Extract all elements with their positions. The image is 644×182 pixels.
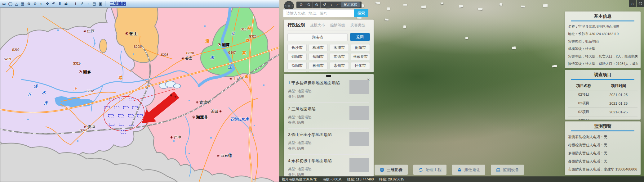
swap-icon[interactable]: ⇄	[63, 1, 69, 7]
sync-icon	[418, 167, 423, 172]
aerial-house	[465, 37, 468, 39]
locate-icon[interactable]: ⊙	[313, 2, 321, 8]
zoom-previous-icon[interactable]: ↶	[51, 1, 56, 7]
hazard-detail: 备注: 隐患	[288, 94, 369, 100]
survey-row[interactable]: 02项目2021-01-25	[568, 116, 637, 120]
device-icon	[496, 167, 501, 172]
aerial-house	[375, 2, 380, 4]
bottom-button-搬迁避让[interactable]: 搬迁避让	[452, 165, 485, 175]
layers-globe-icon[interactable]	[637, 0, 644, 7]
city-button[interactable]: 永州市	[330, 62, 349, 69]
bottom-button-治理工程[interactable]: 治理工程	[413, 165, 446, 175]
monitoring-warning-panel: 监测预警 群测群防检测人电话：无村级检测责任人电话：无乡镇防灾责任人电话：无县级…	[565, 121, 641, 175]
city-button[interactable]: 郴州市	[309, 62, 328, 69]
aerial-house	[500, 3, 503, 6]
bottom-button-label: 监测设备	[503, 167, 519, 173]
aerial-house	[459, 5, 463, 8]
survey-title: 调查项目	[568, 72, 637, 78]
hazard-detail: 备注: 隐患	[288, 120, 369, 125]
status-item: 经度: 113.777460	[347, 177, 374, 182]
province-button[interactable]: 湖南省	[287, 33, 348, 41]
upload-icon[interactable]: ↑	[85, 1, 91, 7]
hazard-list-panel: × 1.宁乡县煤炭坝地区地面塌陷类型: 地面塌陷备注: 隐患2.三凤地面塌陷类型…	[284, 74, 374, 176]
info-icon[interactable]: i	[73, 1, 78, 7]
hazard-thumbnail	[349, 132, 369, 146]
city-button[interactable]: 常德市	[330, 53, 349, 60]
city-button[interactable]: 岳阳市	[309, 53, 328, 60]
survey-row[interactable]: 02项目2021-01-25	[568, 108, 637, 116]
survey-table-header: 项目名称项目时间	[568, 82, 637, 90]
status-item: 视角海拔高度:216.67米	[282, 177, 317, 182]
city-button[interactable]: 益阳市	[287, 62, 307, 69]
home-icon[interactable]: ⌂	[629, 0, 636, 7]
monitor-title: 监测预警	[568, 124, 637, 129]
search-input[interactable]	[283, 9, 354, 17]
district-tab-0[interactable]: 规模大小	[310, 23, 325, 28]
survey-column-header: 项目名称	[568, 82, 599, 90]
export-icon[interactable]: ↗	[79, 1, 85, 7]
arrow-spot	[175, 96, 176, 98]
pause-icon[interactable]: ‖	[57, 1, 63, 7]
hazard-thumbnail	[349, 106, 369, 120]
hazard-list-item[interactable]: 1.宁乡县煤炭坝地区地面塌陷类型: 地面塌陷备注: 隐患	[288, 77, 369, 102]
city-button[interactable]: 张家界市	[351, 53, 370, 60]
hazard-thumbnail	[349, 80, 369, 94]
prev-icon[interactable]: ‹	[328, 2, 334, 8]
zoom-out-icon[interactable]: ⊖	[305, 2, 313, 8]
city-button[interactable]: 长沙市	[287, 44, 307, 51]
city-button[interactable]: 邵阳市	[287, 53, 307, 60]
printer-icon[interactable]: ▣	[98, 1, 103, 7]
city-button[interactable]: 湘西土家族...	[309, 71, 328, 72]
aerial-house	[385, 19, 389, 21]
pan-up-icon[interactable]: ‹	[287, 2, 290, 3]
district-tabs: 规模大小险情等级灾害类型	[310, 23, 365, 28]
survey-row[interactable]: 02项目2021-01-25	[568, 90, 637, 99]
next-icon[interactable]: ›	[334, 2, 340, 8]
zoom-out-icon[interactable]: ⊖	[32, 1, 38, 7]
monitor-lines: 群测群防检测人电话：无村级检测责任人电话：无乡镇防灾责任人电话：无县级防灾责任人…	[568, 135, 637, 172]
aerial-house	[403, 25, 406, 28]
city-button[interactable]: 娄底市	[287, 71, 307, 72]
map-toolbar-icons: ▭◯△▦⊕⊖◐❖↶‖⇄i↗↑▤▣	[1, 1, 103, 7]
print-icon[interactable]: ▤	[91, 1, 97, 7]
city-button[interactable]: 株洲市	[309, 44, 328, 51]
reset-view-icon[interactable]: ↺	[321, 2, 328, 8]
survey-projects-panel: 调查项目 项目名称项目时间 02项目2021-01-2502项目2021-01-…	[565, 70, 641, 120]
map-canvas[interactable]: 仁厚韶山湘乡湘潭湘潭县上马古塘桥茶园严冲虞塘白石铺姜畲S209S209S311S…	[0, 7, 279, 182]
monitor-line: 群测群防检测人电话：无	[568, 135, 637, 139]
hazard-list-item[interactable]: 2.三凤地面塌陷类型: 地面塌陷备注: 隐患	[288, 102, 369, 129]
hazard-list-item[interactable]: 4.永和初级中学地面塌陷类型: 地面塌陷备注: 隐患	[288, 154, 369, 176]
grid-icon[interactable]: ▦	[20, 1, 25, 7]
map-regions	[0, 7, 279, 182]
zoom-in-icon[interactable]: ⊕	[297, 2, 305, 8]
info-row: 灾害等级：特大型，死亡人口：2人，经济损失：250...	[568, 54, 637, 59]
survey-cell: 02项目	[568, 108, 599, 116]
district-tab-2[interactable]: 灾害类型	[350, 23, 365, 28]
show-elevation-button[interactable]: 显示高程	[341, 2, 360, 7]
zoom-in-icon[interactable]: ⊕	[26, 1, 32, 7]
pan-left-icon[interactable]: ‹	[285, 4, 286, 7]
measure-circle-icon[interactable]: ◯	[7, 1, 13, 7]
globe-icon[interactable]: ◐	[38, 1, 44, 7]
bottom-button-监测设备[interactable]: 监测设备	[491, 165, 524, 175]
survey-row[interactable]: 02项目2021-01-25	[568, 99, 637, 108]
city-button[interactable]: 怀化市	[351, 62, 370, 69]
search-button[interactable]: 搜索	[354, 9, 368, 17]
basic-info-rows: 名称：宁乡县煤炭坝地区地面塌陷地址：长沙市 430124 430182119灾害…	[568, 24, 637, 66]
corner-buttons: ⌂	[628, 0, 644, 7]
info-row: 规模等级：特大型	[568, 47, 637, 51]
basic-info-panel: 基本信息 名称：宁乡县煤炭坝地区地面塌陷地址：长沙市 430124 430182…	[565, 11, 641, 68]
city-button[interactable]: 衡阳市	[351, 44, 370, 51]
bottom-button-三维影像[interactable]: 三维影像	[375, 165, 408, 175]
hazard-list-item[interactable]: 3.铁山完全小学地面塌陷类型: 地面塌陷备注: 隐患	[288, 128, 369, 154]
city-button[interactable]: 湘潭市	[330, 44, 349, 51]
measure-area-icon[interactable]: △	[14, 1, 19, 7]
ruler-icon[interactable]: ▭	[1, 1, 7, 7]
back-button[interactable]: 返回	[350, 33, 370, 41]
pan-right-icon[interactable]: ›	[292, 4, 293, 7]
pan-icon[interactable]: ❖	[45, 1, 50, 7]
aerial-house	[441, 2, 444, 5]
map-2d-pane: ▭◯△▦⊕⊖◐❖↶‖⇄i↗↑▤▣ 二维地图	[0, 0, 279, 182]
aerial-house	[403, 4, 407, 6]
district-tab-1[interactable]: 险情等级	[330, 23, 345, 28]
